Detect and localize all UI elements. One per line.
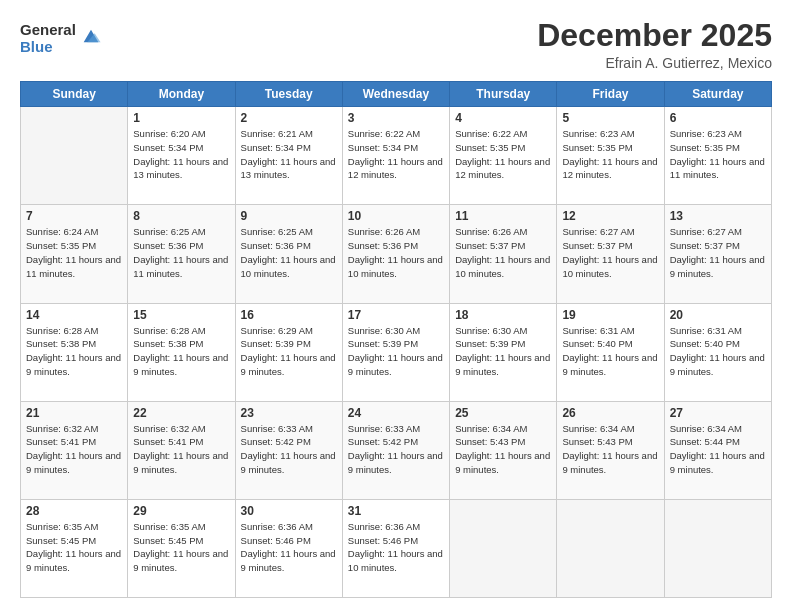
day-number: 28 xyxy=(26,504,122,518)
calendar-cell: 24Sunrise: 6:33 AM Sunset: 5:42 PM Dayli… xyxy=(342,401,449,499)
calendar-header-saturday: Saturday xyxy=(664,82,771,107)
calendar-cell: 11Sunrise: 6:26 AM Sunset: 5:37 PM Dayli… xyxy=(450,205,557,303)
day-info: Sunrise: 6:23 AM Sunset: 5:35 PM Dayligh… xyxy=(670,127,766,182)
day-info: Sunrise: 6:24 AM Sunset: 5:35 PM Dayligh… xyxy=(26,225,122,280)
day-number: 5 xyxy=(562,111,658,125)
calendar-cell: 18Sunrise: 6:30 AM Sunset: 5:39 PM Dayli… xyxy=(450,303,557,401)
calendar-cell: 8Sunrise: 6:25 AM Sunset: 5:36 PM Daylig… xyxy=(128,205,235,303)
day-number: 26 xyxy=(562,406,658,420)
logo-icon xyxy=(80,26,102,48)
calendar-header-row: SundayMondayTuesdayWednesdayThursdayFrid… xyxy=(21,82,772,107)
day-info: Sunrise: 6:21 AM Sunset: 5:34 PM Dayligh… xyxy=(241,127,337,182)
calendar-header-monday: Monday xyxy=(128,82,235,107)
calendar-week-row: 28Sunrise: 6:35 AM Sunset: 5:45 PM Dayli… xyxy=(21,499,772,597)
month-title: December 2025 xyxy=(537,18,772,53)
day-info: Sunrise: 6:28 AM Sunset: 5:38 PM Dayligh… xyxy=(26,324,122,379)
day-info: Sunrise: 6:31 AM Sunset: 5:40 PM Dayligh… xyxy=(562,324,658,379)
calendar-table: SundayMondayTuesdayWednesdayThursdayFrid… xyxy=(20,81,772,598)
day-number: 20 xyxy=(670,308,766,322)
day-info: Sunrise: 6:34 AM Sunset: 5:43 PM Dayligh… xyxy=(455,422,551,477)
day-info: Sunrise: 6:29 AM Sunset: 5:39 PM Dayligh… xyxy=(241,324,337,379)
calendar-cell: 2Sunrise: 6:21 AM Sunset: 5:34 PM Daylig… xyxy=(235,107,342,205)
calendar-cell: 31Sunrise: 6:36 AM Sunset: 5:46 PM Dayli… xyxy=(342,499,449,597)
calendar-cell: 21Sunrise: 6:32 AM Sunset: 5:41 PM Dayli… xyxy=(21,401,128,499)
day-info: Sunrise: 6:23 AM Sunset: 5:35 PM Dayligh… xyxy=(562,127,658,182)
day-info: Sunrise: 6:33 AM Sunset: 5:42 PM Dayligh… xyxy=(348,422,444,477)
day-info: Sunrise: 6:33 AM Sunset: 5:42 PM Dayligh… xyxy=(241,422,337,477)
day-number: 21 xyxy=(26,406,122,420)
day-info: Sunrise: 6:32 AM Sunset: 5:41 PM Dayligh… xyxy=(133,422,229,477)
day-info: Sunrise: 6:34 AM Sunset: 5:43 PM Dayligh… xyxy=(562,422,658,477)
day-info: Sunrise: 6:35 AM Sunset: 5:45 PM Dayligh… xyxy=(26,520,122,575)
page: General Blue December 2025 Efrain A. Gut… xyxy=(0,0,792,612)
day-number: 19 xyxy=(562,308,658,322)
day-number: 9 xyxy=(241,209,337,223)
day-info: Sunrise: 6:26 AM Sunset: 5:36 PM Dayligh… xyxy=(348,225,444,280)
day-info: Sunrise: 6:25 AM Sunset: 5:36 PM Dayligh… xyxy=(133,225,229,280)
day-number: 31 xyxy=(348,504,444,518)
day-number: 30 xyxy=(241,504,337,518)
calendar-week-row: 14Sunrise: 6:28 AM Sunset: 5:38 PM Dayli… xyxy=(21,303,772,401)
day-number: 27 xyxy=(670,406,766,420)
calendar-header-thursday: Thursday xyxy=(450,82,557,107)
day-info: Sunrise: 6:36 AM Sunset: 5:46 PM Dayligh… xyxy=(348,520,444,575)
calendar-cell: 10Sunrise: 6:26 AM Sunset: 5:36 PM Dayli… xyxy=(342,205,449,303)
day-number: 29 xyxy=(133,504,229,518)
calendar-cell: 26Sunrise: 6:34 AM Sunset: 5:43 PM Dayli… xyxy=(557,401,664,499)
calendar-cell: 20Sunrise: 6:31 AM Sunset: 5:40 PM Dayli… xyxy=(664,303,771,401)
day-number: 6 xyxy=(670,111,766,125)
day-number: 4 xyxy=(455,111,551,125)
calendar-cell: 12Sunrise: 6:27 AM Sunset: 5:37 PM Dayli… xyxy=(557,205,664,303)
calendar-cell: 25Sunrise: 6:34 AM Sunset: 5:43 PM Dayli… xyxy=(450,401,557,499)
calendar-cell: 17Sunrise: 6:30 AM Sunset: 5:39 PM Dayli… xyxy=(342,303,449,401)
calendar-cell: 1Sunrise: 6:20 AM Sunset: 5:34 PM Daylig… xyxy=(128,107,235,205)
day-number: 15 xyxy=(133,308,229,322)
day-info: Sunrise: 6:22 AM Sunset: 5:35 PM Dayligh… xyxy=(455,127,551,182)
day-info: Sunrise: 6:32 AM Sunset: 5:41 PM Dayligh… xyxy=(26,422,122,477)
day-info: Sunrise: 6:25 AM Sunset: 5:36 PM Dayligh… xyxy=(241,225,337,280)
day-number: 23 xyxy=(241,406,337,420)
calendar-cell xyxy=(557,499,664,597)
calendar-week-row: 21Sunrise: 6:32 AM Sunset: 5:41 PM Dayli… xyxy=(21,401,772,499)
header: General Blue December 2025 Efrain A. Gut… xyxy=(20,18,772,71)
day-number: 2 xyxy=(241,111,337,125)
day-info: Sunrise: 6:22 AM Sunset: 5:34 PM Dayligh… xyxy=(348,127,444,182)
calendar-cell: 15Sunrise: 6:28 AM Sunset: 5:38 PM Dayli… xyxy=(128,303,235,401)
day-info: Sunrise: 6:35 AM Sunset: 5:45 PM Dayligh… xyxy=(133,520,229,575)
day-info: Sunrise: 6:34 AM Sunset: 5:44 PM Dayligh… xyxy=(670,422,766,477)
calendar-cell: 23Sunrise: 6:33 AM Sunset: 5:42 PM Dayli… xyxy=(235,401,342,499)
calendar-cell: 30Sunrise: 6:36 AM Sunset: 5:46 PM Dayli… xyxy=(235,499,342,597)
day-info: Sunrise: 6:36 AM Sunset: 5:46 PM Dayligh… xyxy=(241,520,337,575)
calendar-cell xyxy=(21,107,128,205)
calendar-cell: 16Sunrise: 6:29 AM Sunset: 5:39 PM Dayli… xyxy=(235,303,342,401)
day-number: 16 xyxy=(241,308,337,322)
day-info: Sunrise: 6:31 AM Sunset: 5:40 PM Dayligh… xyxy=(670,324,766,379)
calendar-cell: 7Sunrise: 6:24 AM Sunset: 5:35 PM Daylig… xyxy=(21,205,128,303)
day-number: 17 xyxy=(348,308,444,322)
logo: General Blue xyxy=(20,22,102,55)
day-info: Sunrise: 6:27 AM Sunset: 5:37 PM Dayligh… xyxy=(562,225,658,280)
day-number: 13 xyxy=(670,209,766,223)
calendar-header-sunday: Sunday xyxy=(21,82,128,107)
day-info: Sunrise: 6:26 AM Sunset: 5:37 PM Dayligh… xyxy=(455,225,551,280)
subtitle: Efrain A. Gutierrez, Mexico xyxy=(537,55,772,71)
day-number: 3 xyxy=(348,111,444,125)
day-number: 24 xyxy=(348,406,444,420)
day-number: 22 xyxy=(133,406,229,420)
calendar-cell xyxy=(664,499,771,597)
calendar-cell: 29Sunrise: 6:35 AM Sunset: 5:45 PM Dayli… xyxy=(128,499,235,597)
day-info: Sunrise: 6:27 AM Sunset: 5:37 PM Dayligh… xyxy=(670,225,766,280)
day-number: 14 xyxy=(26,308,122,322)
day-number: 8 xyxy=(133,209,229,223)
day-number: 10 xyxy=(348,209,444,223)
calendar-cell: 22Sunrise: 6:32 AM Sunset: 5:41 PM Dayli… xyxy=(128,401,235,499)
calendar-week-row: 7Sunrise: 6:24 AM Sunset: 5:35 PM Daylig… xyxy=(21,205,772,303)
calendar-cell xyxy=(450,499,557,597)
calendar-cell: 27Sunrise: 6:34 AM Sunset: 5:44 PM Dayli… xyxy=(664,401,771,499)
day-info: Sunrise: 6:20 AM Sunset: 5:34 PM Dayligh… xyxy=(133,127,229,182)
day-number: 11 xyxy=(455,209,551,223)
day-info: Sunrise: 6:30 AM Sunset: 5:39 PM Dayligh… xyxy=(455,324,551,379)
logo-general: General xyxy=(20,22,76,39)
day-info: Sunrise: 6:28 AM Sunset: 5:38 PM Dayligh… xyxy=(133,324,229,379)
calendar-cell: 14Sunrise: 6:28 AM Sunset: 5:38 PM Dayli… xyxy=(21,303,128,401)
